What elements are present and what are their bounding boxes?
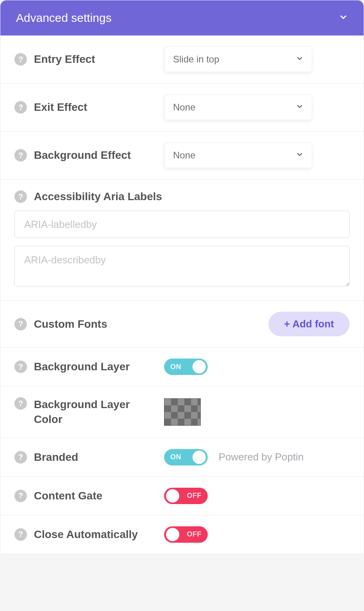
row-background-layer: ? Background Layer ON	[0, 348, 364, 386]
content-gate-label: Content Gate	[34, 490, 102, 502]
toggle-knob	[192, 359, 207, 374]
exit-effect-select[interactable]: None	[164, 94, 312, 120]
entry-effect-select[interactable]: Slide in top	[164, 46, 312, 72]
help-icon[interactable]: ?	[14, 397, 27, 410]
help-icon[interactable]: ?	[14, 361, 27, 373]
label-group: ? Custom Fonts	[14, 318, 269, 330]
add-font-button[interactable]: + Add font	[269, 312, 350, 336]
row-entry-effect: ? Entry Effect Slide in top	[0, 36, 364, 83]
label-group: ? Background Layer Color	[14, 397, 155, 427]
help-icon[interactable]: ?	[14, 101, 27, 114]
control-group: ON	[164, 359, 208, 375]
row-exit-effect: ? Exit Effect None	[0, 83, 364, 131]
chevron-down-icon	[339, 12, 348, 23]
branded-label: Branded	[34, 451, 78, 464]
toggle-text: OFF	[187, 530, 202, 538]
label-group: ? Background Effect	[14, 149, 155, 162]
label-group: ? Background Layer	[14, 361, 155, 373]
toggle-text: ON	[170, 363, 181, 371]
control-group: ON Powered by Poptin	[164, 449, 304, 465]
help-icon[interactable]: ?	[14, 190, 27, 203]
row-close-automatically: ? Close Automatically OFF	[0, 515, 364, 554]
label-group: ? Entry Effect	[14, 53, 155, 66]
entry-effect-label: Entry Effect	[34, 53, 95, 66]
exit-effect-value: None	[173, 102, 195, 113]
background-layer-color-label: Background Layer Color	[34, 397, 155, 427]
toggle-text: OFF	[187, 492, 202, 500]
control-group: OFF	[164, 488, 208, 504]
background-layer-label: Background Layer	[34, 361, 130, 373]
background-layer-toggle[interactable]: ON	[164, 359, 208, 375]
exit-effect-label: Exit Effect	[34, 101, 87, 114]
row-branded: ? Branded ON Powered by Poptin	[0, 438, 364, 477]
row-background-effect: ? Background Effect None	[0, 131, 364, 179]
label-group: ? Close Automatically	[14, 528, 155, 541]
toggle-knob	[192, 450, 207, 465]
accessibility-label: Accessibility Aria Labels	[34, 190, 162, 203]
row-accessibility: ? Accessibility Aria Labels	[0, 179, 364, 301]
close-automatically-toggle[interactable]: OFF	[164, 526, 208, 543]
control-group: OFF	[164, 526, 208, 543]
toggle-knob	[165, 527, 180, 542]
aria-labelledby-input[interactable]	[14, 211, 350, 238]
close-automatically-label: Close Automatically	[34, 528, 138, 541]
row-background-layer-color: ? Background Layer Color	[0, 386, 364, 438]
entry-effect-value: Slide in top	[173, 54, 219, 65]
advanced-settings-panel: Advanced settings ? Entry Effect Slide i…	[0, 0, 364, 554]
label-group: ? Accessibility Aria Labels	[14, 190, 350, 203]
help-icon[interactable]: ?	[14, 149, 27, 162]
label-group: ? Exit Effect	[14, 101, 155, 114]
custom-fonts-label: Custom Fonts	[34, 318, 107, 330]
row-content-gate: ? Content Gate OFF	[0, 477, 364, 515]
row-custom-fonts: ? Custom Fonts + Add font	[0, 301, 364, 348]
background-effect-select[interactable]: None	[164, 142, 312, 168]
help-icon[interactable]: ?	[14, 528, 27, 541]
toggle-text: ON	[170, 453, 181, 461]
branded-toggle[interactable]: ON	[164, 449, 208, 465]
branded-note: Powered by Poptin	[219, 451, 304, 463]
background-effect-value: None	[173, 150, 195, 161]
background-effect-label: Background Effect	[34, 149, 131, 162]
aria-describedby-input[interactable]	[14, 246, 350, 286]
panel-title: Advanced settings	[16, 11, 111, 25]
label-group: ? Content Gate	[14, 490, 155, 502]
control-group	[164, 398, 201, 426]
toggle-knob	[165, 488, 180, 503]
panel-header[interactable]: Advanced settings	[0, 0, 364, 36]
label-group: ? Branded	[14, 451, 155, 464]
help-icon[interactable]: ?	[14, 451, 27, 464]
help-icon[interactable]: ?	[14, 318, 27, 330]
help-icon[interactable]: ?	[14, 490, 27, 502]
content-gate-toggle[interactable]: OFF	[164, 488, 208, 504]
help-icon[interactable]: ?	[14, 53, 27, 66]
background-layer-color-swatch[interactable]	[164, 398, 201, 426]
